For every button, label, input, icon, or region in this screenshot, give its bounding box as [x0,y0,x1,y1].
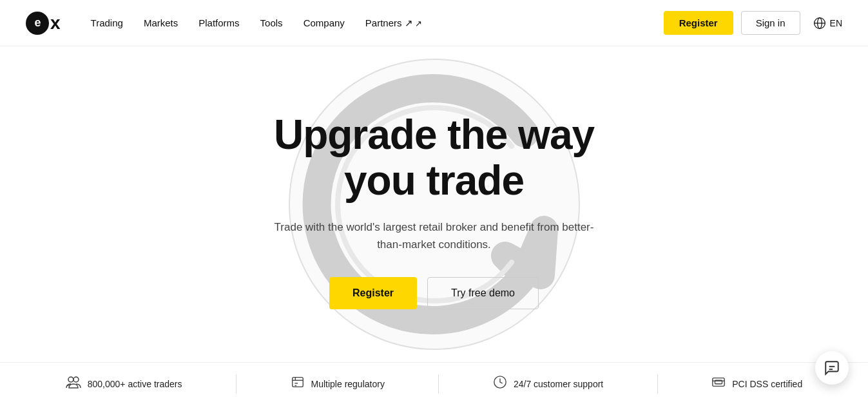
chat-icon [824,360,840,376]
stat-active-traders: 800,000+ active traders [66,375,182,393]
logo-text: x [50,13,60,34]
svg-rect-6 [292,378,303,387]
navbar: ex Trading Markets Platforms Tools Compa… [0,0,868,46]
nav-item-company[interactable]: Company [304,17,345,28]
hero-title-line1: Upgrade the way [274,111,594,158]
svg-point-5 [73,377,79,382]
stat-divider-3 [657,374,658,394]
regulatory-icon [291,375,305,393]
globe-icon [813,17,826,30]
language-selector[interactable]: EN [813,17,842,30]
hero-section: Upgrade the way you trade Trade with the… [0,46,868,362]
hero-title-line2: you trade [344,157,524,204]
stat-pci-text: PCI DSS certified [732,379,802,389]
stats-bar: 800,000+ active traders Multiple regulat… [0,362,868,404]
stat-pci: PCI DSS certified [711,375,802,393]
stat-regulatory: Multiple regulatory [291,375,385,393]
pci-icon [711,375,726,393]
hero-subtitle: Trade with the world's largest retail br… [267,218,602,253]
lang-label: EN [830,18,842,28]
logo[interactable]: ex [26,12,60,35]
nav-item-markets[interactable]: Markets [144,17,178,28]
hero-title: Upgrade the way you trade [267,112,602,203]
nav-item-trading[interactable]: Trading [91,17,123,28]
logo-icon: e [26,12,49,35]
nav-actions: Register Sign in EN [664,11,842,35]
chat-button[interactable] [815,351,849,385]
traders-icon [66,375,81,393]
stat-active-traders-text: 800,000+ active traders [88,379,182,389]
stat-divider-1 [236,374,236,394]
svg-rect-12 [713,378,724,387]
signin-button[interactable]: Sign in [741,11,800,35]
nav-item-platforms[interactable]: Platforms [198,17,239,28]
svg-point-4 [68,377,73,382]
support-icon [493,375,507,393]
nav-item-partners[interactable]: Partners ↗ [365,17,422,29]
stat-divider-2 [438,374,439,394]
try-free-demo-button[interactable]: Try free demo [427,277,539,309]
nav-links: Trading Markets Platforms Tools Company … [91,17,664,29]
hero-buttons: Register Try free demo [267,277,602,309]
stat-support-text: 24/7 customer support [514,379,603,389]
register-hero-button[interactable]: Register [329,277,417,309]
stat-support: 24/7 customer support [493,375,603,393]
register-nav-button[interactable]: Register [664,11,733,35]
stat-regulatory-text: Multiple regulatory [311,379,385,389]
hero-content: Upgrade the way you trade Trade with the… [267,112,602,309]
nav-item-tools[interactable]: Tools [260,17,283,28]
